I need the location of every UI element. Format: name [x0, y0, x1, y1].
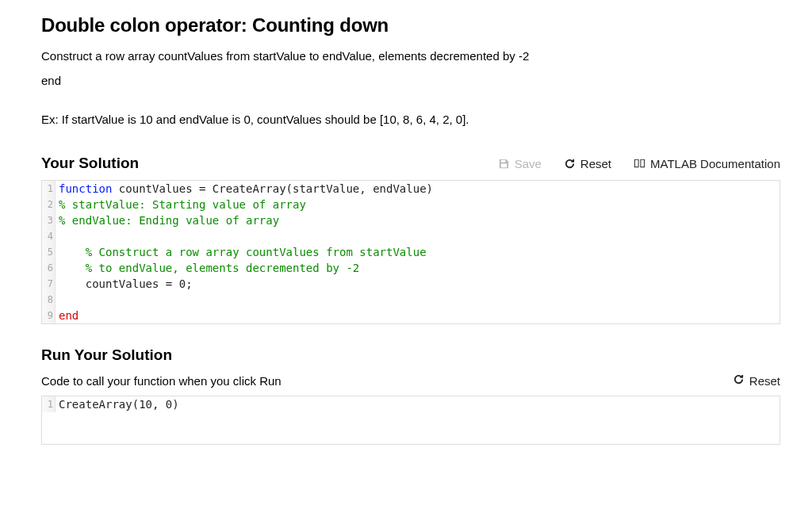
code-text: countValues = 0;	[59, 277, 193, 290]
save-button: Save	[498, 157, 542, 170]
line-number: 3	[42, 212, 56, 228]
line-number: 5	[42, 244, 56, 260]
save-icon	[498, 158, 510, 170]
code-comment: % startValue: Starting value of array	[59, 198, 306, 211]
code-keyword: function	[59, 182, 112, 195]
page-title: Double colon operator: Counting down	[41, 14, 780, 36]
run-reset-label: Reset	[749, 374, 780, 388]
reset-label: Reset	[580, 157, 611, 170]
solution-code-editor[interactable]: 1 function countValues = CreateArray(sta…	[41, 180, 780, 324]
line-number: 6	[42, 260, 56, 276]
line-number: 1	[42, 396, 56, 412]
reset-icon	[564, 158, 576, 170]
reset-button[interactable]: Reset	[564, 157, 611, 170]
line-number: 4	[42, 228, 56, 244]
save-label: Save	[515, 157, 542, 170]
line-number: 2	[42, 197, 56, 212]
prompt-text: Construct a row array countValues from s…	[41, 49, 780, 63]
code-text: countValues = CreateArray(startValue, en…	[112, 182, 433, 195]
code-comment: % Construct a row array countValues from…	[59, 246, 427, 258]
line-number: 8	[42, 292, 56, 308]
matlab-doc-label: MATLAB Documentation	[650, 157, 780, 170]
run-code-editor[interactable]: 1 CreateArray(10, 0)	[41, 396, 780, 445]
code-keyword-end: end	[59, 309, 79, 322]
run-heading: Run Your Solution	[41, 346, 780, 364]
line-number: 1	[42, 181, 56, 197]
run-subtitle: Code to call your function when you clic…	[41, 374, 282, 388]
line-number: 9	[42, 308, 56, 323]
run-reset-button[interactable]: Reset	[733, 373, 780, 388]
reset-icon	[733, 373, 745, 388]
your-solution-heading: Your Solution	[41, 155, 139, 172]
code-comment: % endValue: Ending value of array	[59, 214, 279, 227]
matlab-doc-link[interactable]: MATLAB Documentation	[634, 157, 780, 170]
prompt-end: end	[41, 74, 780, 87]
code-comment: % to endValue, elements decremented by -…	[59, 262, 359, 274]
book-icon	[634, 158, 645, 170]
example-text: Ex: If startValue is 10 and endValue is …	[41, 113, 780, 126]
code-text: CreateArray(10, 0)	[59, 398, 179, 411]
line-number: 7	[42, 276, 56, 292]
